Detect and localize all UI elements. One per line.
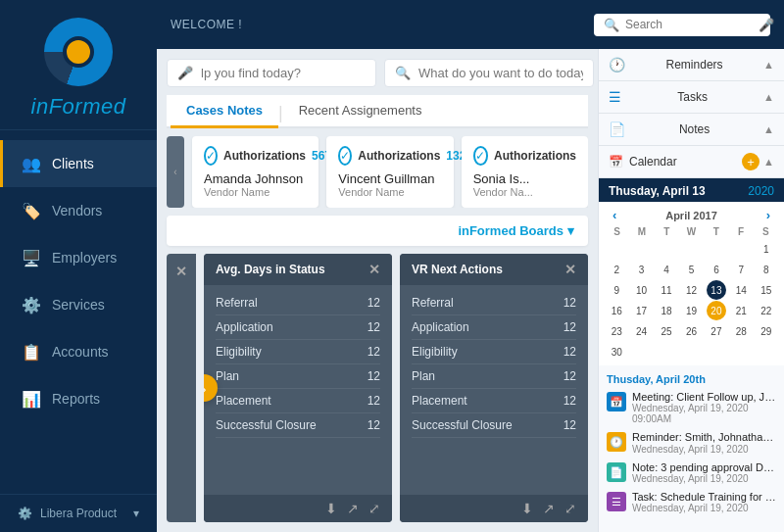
- cal-day[interactable]: 6: [707, 260, 726, 279]
- event-content-note1: Note: 3 pending approval Deadline... Wed…: [632, 461, 776, 484]
- calendar-grid: ‹ April 2017 › S M T W T F S: [599, 202, 784, 365]
- cal-day[interactable]: 15: [757, 280, 776, 300]
- header-search-input[interactable]: [625, 18, 753, 31]
- employers-icon: 🖥️: [21, 247, 42, 268]
- cal-day[interactable]: 3: [632, 260, 652, 279]
- calendar-month-nav: ‹ April 2017 ›: [605, 206, 778, 226]
- boards-label[interactable]: inFormed Boards ▾: [458, 223, 574, 238]
- calendar-add-btn[interactable]: +: [742, 153, 760, 170]
- footer-icon: ⚙️: [18, 507, 32, 520]
- cal-day[interactable]: 30: [607, 342, 626, 362]
- auth-title-2: Authorizations: [358, 149, 440, 163]
- tasks-label: Tasks: [677, 90, 708, 104]
- nav-label-services: Services: [52, 297, 105, 313]
- main-area: WELCOME ! 🔍 🎤 🎤 🔍 Cases N: [157, 0, 784, 532]
- vendors-icon: 🏷️: [21, 200, 42, 221]
- cal-day[interactable]: 1: [757, 239, 776, 259]
- cal-day[interactable]: 14: [731, 280, 751, 300]
- nav-label-employers: Employers: [52, 250, 117, 266]
- sidebar-item-vendors[interactable]: 🏷️Vendors: [0, 187, 157, 234]
- cal-day[interactable]: 2: [607, 260, 626, 279]
- row-value: 12: [368, 320, 380, 334]
- sidebar-item-reports[interactable]: 📊Reports: [0, 375, 157, 422]
- cal-day: [657, 342, 676, 362]
- cal-day[interactable]: 8: [757, 260, 776, 279]
- event-icon-note: 📄: [607, 462, 626, 482]
- cal-day[interactable]: 27: [707, 321, 726, 341]
- cal-day[interactable]: 16: [607, 301, 626, 320]
- share-icon-2[interactable]: ↗: [543, 501, 555, 516]
- widget-row: Referral12: [412, 291, 576, 315]
- event-content-task1: Task: Schedule Training for next... Wedn…: [632, 491, 776, 513]
- main-search-left[interactable]: 🎤: [167, 59, 376, 87]
- row-value: 12: [368, 394, 380, 408]
- event-content-meeting1: Meeting: Client Follow up, Jim Th... Wed…: [632, 391, 776, 424]
- widget-avg-days-close[interactable]: ✕: [368, 262, 380, 277]
- calendar: Thusday, April 13 2020 ‹ April 2017 › S …: [599, 178, 784, 365]
- cal-day: [707, 239, 726, 259]
- share-icon[interactable]: ↗: [347, 501, 359, 516]
- cal-day[interactable]: 9: [607, 280, 626, 300]
- expand-icon-2[interactable]: ⤢: [564, 501, 576, 516]
- main-panel: 🎤 🔍 Cases Notes | Recent Assignements ‹: [157, 49, 598, 532]
- cal-day[interactable]: 20: [707, 301, 726, 320]
- cal-day[interactable]: 11: [657, 280, 676, 300]
- sidebar-item-clients[interactable]: 👥Clients: [0, 140, 157, 187]
- expand-icon[interactable]: ⤢: [368, 501, 380, 516]
- cal-day: [632, 342, 652, 362]
- event-title-task1: Task: Schedule Training for next...: [632, 491, 776, 503]
- cal-day[interactable]: 19: [681, 301, 701, 320]
- cal-day: [731, 342, 751, 362]
- cal-day[interactable]: 21: [731, 301, 751, 320]
- widget-avg-days-body: Referral12Application12Eligibility12Plan…: [204, 285, 392, 495]
- header-search[interactable]: 🔍 🎤: [594, 14, 770, 36]
- cal-day[interactable]: 29: [757, 321, 776, 341]
- cal-day[interactable]: 24: [632, 321, 652, 341]
- cal-day[interactable]: 28: [731, 321, 751, 341]
- main-search-right[interactable]: 🔍: [384, 59, 594, 87]
- stub-close[interactable]: ✕: [175, 264, 187, 279]
- reminders-header[interactable]: 🕐 Reminders ▲: [599, 49, 784, 80]
- cal-day[interactable]: 23: [607, 321, 626, 341]
- cal-day[interactable]: 12: [681, 280, 701, 300]
- row-label: Referral: [412, 296, 454, 310]
- tasks-header[interactable]: ☰ Tasks ▲: [599, 81, 784, 113]
- accounts-icon: 📋: [21, 341, 42, 363]
- tab-recent-assignments[interactable]: Recent Assignements: [283, 95, 438, 128]
- cal-day[interactable]: 17: [632, 301, 652, 320]
- cal-day[interactable]: 18: [657, 301, 676, 320]
- help-search-input[interactable]: [201, 66, 366, 80]
- row-value: 12: [564, 418, 576, 432]
- cal-day[interactable]: 25: [657, 321, 676, 341]
- cal-day[interactable]: 4: [657, 260, 676, 279]
- cal-day[interactable]: 22: [757, 301, 776, 320]
- reminders-chevron: ▲: [763, 59, 774, 71]
- cal-day[interactable]: 26: [681, 321, 701, 341]
- notes-header[interactable]: 📄 Notes ▲: [599, 114, 784, 145]
- auth-title-3: Authorizations: [494, 149, 576, 163]
- cal-day[interactable]: 7: [731, 260, 751, 279]
- cal-prev-btn[interactable]: ‹: [609, 208, 620, 222]
- header: WELCOME ! 🔍 🎤: [157, 0, 784, 49]
- left-stub: ✕: [167, 254, 196, 522]
- sidebar-item-services[interactable]: ⚙️Services: [0, 281, 157, 328]
- cal-day[interactable]: 10: [632, 280, 652, 300]
- scroll-left[interactable]: ‹: [167, 136, 184, 208]
- widget-vr-next-close[interactable]: ✕: [564, 262, 576, 277]
- download-icon[interactable]: ⬇: [325, 501, 337, 516]
- row-value: 12: [564, 369, 576, 383]
- action-search-input[interactable]: [418, 66, 583, 80]
- sidebar: inFormed 👥Clients🏷️Vendors🖥️Employers⚙️S…: [0, 0, 157, 532]
- cal-next-btn[interactable]: ›: [762, 208, 774, 222]
- cal-month-label: April 2017: [665, 210, 717, 221]
- widget-avg-days-title: Avg. Days in Status: [216, 263, 325, 276]
- sidebar-item-employers[interactable]: 🖥️Employers: [0, 234, 157, 281]
- download-icon-2[interactable]: ⬇: [521, 501, 533, 516]
- logo-inner: [63, 36, 94, 68]
- cal-day[interactable]: 13: [707, 280, 726, 300]
- sidebar-item-accounts[interactable]: 📋Accounts: [0, 328, 157, 375]
- tab-cases-notes[interactable]: Cases Notes: [171, 95, 278, 128]
- sidebar-footer[interactable]: ⚙️ Libera Product ▾: [0, 494, 157, 532]
- widget-row: Eligibility12: [412, 340, 576, 364]
- cal-day[interactable]: 5: [681, 260, 701, 279]
